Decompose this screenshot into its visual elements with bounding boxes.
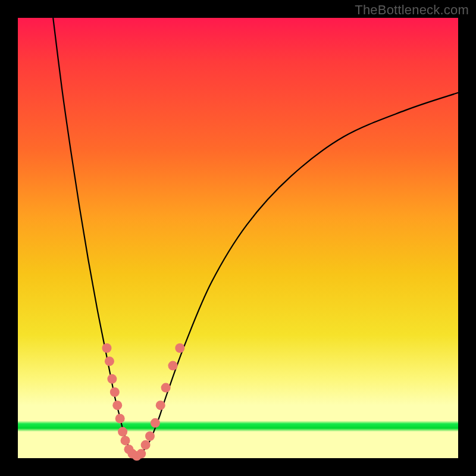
chart-frame: TheBottleneck.com [0, 0, 476, 476]
curve-marker [105, 356, 114, 366]
curve-marker [118, 427, 127, 437]
curve-marker [136, 449, 146, 459]
curve-marker [110, 387, 120, 397]
curve-marker [121, 436, 130, 445]
curve-marker [156, 400, 165, 410]
curve-marker [161, 383, 171, 393]
curve-marker [112, 400, 122, 410]
curve-marker [175, 343, 184, 353]
curve-markers [102, 343, 184, 461]
curve-marker [141, 440, 151, 450]
curve-marker [168, 361, 177, 371]
watermark-text: TheBottleneck.com [355, 2, 469, 18]
curve-marker [151, 418, 160, 428]
curve-marker [145, 431, 155, 441]
plot-area [18, 18, 458, 458]
chart-svg [18, 18, 458, 458]
curve-marker [102, 343, 111, 353]
curve-marker [107, 374, 117, 384]
curve-marker [115, 414, 125, 423]
